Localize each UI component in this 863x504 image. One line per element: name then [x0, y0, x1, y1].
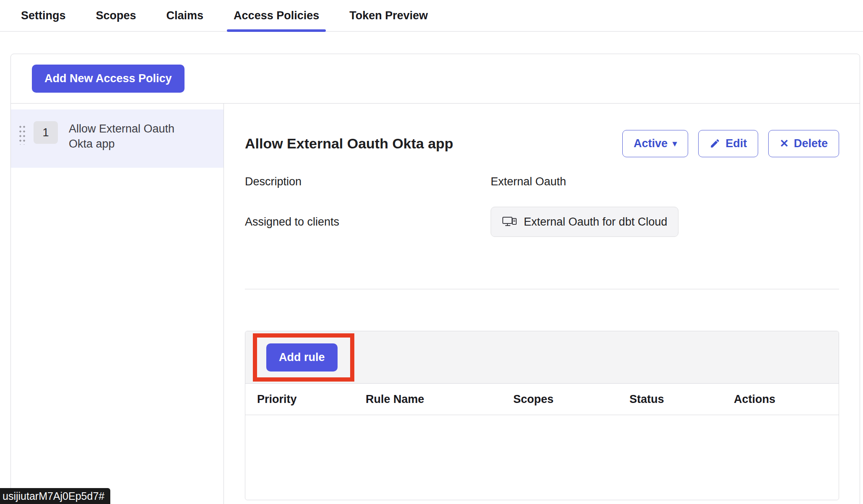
- section-divider: [245, 289, 839, 289]
- pencil-icon: [710, 138, 720, 149]
- policy-list-item[interactable]: 1 Allow External Oauth Okta app: [11, 109, 224, 168]
- description-label: Description: [245, 175, 491, 188]
- edit-button-label: Edit: [725, 137, 747, 150]
- description-value: External Oauth: [491, 175, 839, 188]
- tab-settings[interactable]: Settings: [14, 0, 73, 31]
- rules-section: Add rule Priority Rule Name Scopes Statu…: [245, 331, 839, 500]
- tab-scopes[interactable]: Scopes: [89, 0, 143, 31]
- rules-table-body-empty: [245, 415, 839, 500]
- access-policies-panel: Add New Access Policy 1 Allow External O…: [10, 54, 860, 504]
- tab-bar: Settings Scopes Claims Access Policies T…: [0, 0, 863, 32]
- add-rule-annotation-wrap: Add rule: [266, 343, 338, 372]
- assigned-clients-row: Assigned to clients External Oauth for d…: [245, 207, 839, 237]
- edit-button[interactable]: Edit: [698, 130, 758, 157]
- column-header-actions: Actions: [734, 393, 839, 406]
- drag-handle-icon[interactable]: [18, 125, 26, 145]
- detail-title-row: Allow External Oauth Okta app Active ▾ E…: [245, 129, 839, 158]
- column-header-rule-name: Rule Name: [366, 393, 513, 406]
- panel-header: Add New Access Policy: [11, 54, 860, 104]
- tab-claims[interactable]: Claims: [160, 0, 211, 31]
- active-status-dropdown[interactable]: Active ▾: [622, 130, 688, 157]
- policy-name-label: Allow External Oauth Okta app: [69, 121, 190, 152]
- policy-title: Allow External Oauth Okta app: [245, 135, 612, 152]
- delete-button-label: Delete: [794, 137, 828, 150]
- client-chip[interactable]: External Oauth for dbt Cloud: [491, 207, 678, 237]
- assigned-clients-label: Assigned to clients: [245, 216, 491, 229]
- chevron-down-icon: ▾: [673, 138, 677, 148]
- add-new-access-policy-button[interactable]: Add New Access Policy: [32, 65, 185, 93]
- link-status-tooltip: usijiutarM7Aj0Ep5d7#: [0, 488, 110, 504]
- close-icon: ✕: [780, 137, 789, 150]
- active-status-label: Active: [634, 137, 668, 150]
- column-header-status: Status: [629, 393, 734, 406]
- panel-body: 1 Allow External Oauth Okta app Allow Ex…: [11, 104, 860, 504]
- policy-priority-badge: 1: [34, 121, 58, 144]
- computer-icon: [502, 216, 517, 228]
- description-row: Description External Oauth: [245, 173, 839, 190]
- policy-list: 1 Allow External Oauth Okta app: [11, 104, 224, 504]
- rules-table-header: Priority Rule Name Scopes Status Actions: [245, 384, 839, 415]
- rules-header: Add rule: [245, 331, 839, 384]
- policy-detail: Allow External Oauth Okta app Active ▾ E…: [224, 104, 860, 504]
- client-chip-label: External Oauth for dbt Cloud: [524, 216, 667, 229]
- tab-access-policies[interactable]: Access Policies: [227, 0, 326, 31]
- column-header-priority: Priority: [257, 393, 366, 406]
- add-rule-button[interactable]: Add rule: [266, 343, 338, 372]
- column-header-scopes: Scopes: [513, 393, 629, 406]
- tab-token-preview[interactable]: Token Preview: [343, 0, 434, 31]
- delete-button[interactable]: ✕ Delete: [768, 130, 839, 157]
